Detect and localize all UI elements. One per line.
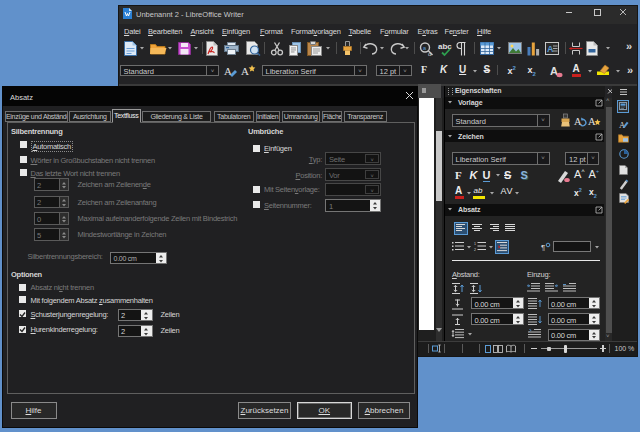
svg-text:1: 1	[474, 242, 476, 246]
svg-text:a: a	[423, 44, 427, 50]
svg-text:¶: ¶	[541, 243, 545, 252]
svg-text:A: A	[241, 65, 249, 77]
svg-text:d: d	[428, 50, 431, 56]
svg-text:A: A	[547, 44, 554, 54]
svg-text:A: A	[588, 115, 596, 126]
svg-text:2: 2	[474, 248, 476, 252]
